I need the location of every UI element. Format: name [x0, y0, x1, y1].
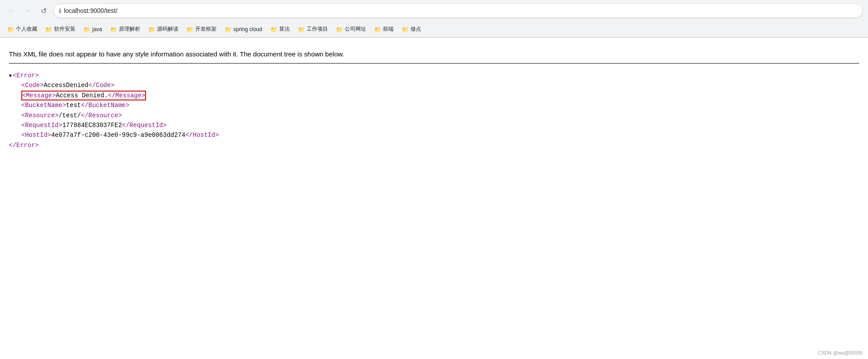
bookmark-item[interactable]: 工作项目 [294, 24, 331, 35]
toggle-arrow[interactable]: ▼ [9, 73, 12, 79]
xml-line-hostid: <HostId>4e077a7f-c200-43e0-99c9-a9e0063d… [9, 130, 859, 140]
folder-icon [45, 26, 52, 32]
back-button[interactable]: ← [5, 4, 18, 17]
bookmark-label: 个人收藏 [16, 25, 37, 33]
bookmark-item[interactable]: 算法 [267, 24, 293, 35]
bookmark-item[interactable]: 源码解读 [145, 24, 182, 35]
folder-icon [148, 26, 155, 32]
url-display: localhost:9000/test/ [64, 7, 118, 14]
xml-tree: ▼<Error> <Code>AccessDenied</Code> <Mess… [9, 71, 859, 150]
address-bar[interactable]: ℹ localhost:9000/test/ [53, 4, 863, 18]
folder-icon [402, 26, 409, 32]
folder-icon [298, 26, 305, 32]
bookmark-label: 原理解析 [119, 25, 140, 33]
message-highlight: <Message>Access Denied.</Message> [21, 91, 146, 100]
browser-chrome: ← → ↺ ℹ localhost:9000/test/ 个人收藏软件安装jav… [0, 0, 868, 38]
bookmark-label: 前端 [383, 25, 394, 33]
xml-notice: This XML file does not appear to have an… [9, 45, 859, 64]
xml-root-open: ▼<Error> [9, 71, 859, 80]
bookmark-item[interactable]: 前端 [371, 24, 397, 35]
address-bar-row: ← → ↺ ℹ localhost:9000/test/ [0, 0, 868, 21]
forward-button[interactable]: → [21, 4, 34, 17]
bookmark-label: 工作项目 [307, 25, 328, 33]
xml-line-bucketname: <BucketName>test</BucketName> [9, 100, 859, 110]
folder-icon [336, 26, 343, 32]
folder-icon [374, 26, 381, 32]
bookmark-label: spring cloud [233, 26, 262, 32]
bookmark-item[interactable]: spring cloud [221, 24, 266, 34]
bookmark-item[interactable]: java [80, 24, 106, 34]
xml-line-message: <Message>Access Denied.</Message> [9, 91, 859, 100]
bookmark-item[interactable]: 个人收藏 [4, 24, 41, 35]
bookmark-item[interactable]: 公司网址 [332, 24, 370, 35]
bookmark-label: java [92, 26, 102, 32]
folder-icon [270, 26, 277, 32]
reload-button[interactable]: ↺ [37, 4, 50, 17]
bookmark-item[interactable]: 开发框架 [183, 24, 220, 35]
bookmark-label: 软件安装 [54, 25, 75, 33]
back-icon: ← [8, 7, 15, 15]
bookmark-label: 算法 [279, 25, 290, 33]
reload-icon: ↺ [41, 7, 47, 15]
bookmark-label: 做点 [410, 25, 421, 33]
xml-line-requestid: <RequestId>177884EC83037FE2</RequestId> [9, 120, 859, 130]
forward-icon: → [24, 7, 31, 15]
folder-icon [186, 26, 193, 32]
bookmark-item[interactable]: 软件安装 [42, 24, 79, 35]
bookmark-label: 公司网址 [345, 25, 366, 33]
bookmark-item[interactable]: 做点 [398, 24, 425, 35]
xml-root-tag: <Error> [13, 72, 39, 79]
xml-line-resource: <Resource>/test/</Resource> [9, 111, 859, 120]
bookmark-label: 开发框架 [195, 25, 217, 33]
folder-icon [7, 26, 14, 32]
xml-root-close: </Error> [9, 140, 859, 150]
bookmark-label: 源码解读 [157, 25, 178, 33]
xml-line-code: <Code>AccessDenied</Code> [9, 80, 859, 90]
page-content: This XML file does not appear to have an… [0, 38, 868, 157]
folder-icon [225, 26, 232, 32]
info-icon: ℹ [59, 8, 61, 14]
bookmarks-bar: 个人收藏软件安装java原理解析源码解读开发框架spring cloud算法工作… [0, 21, 868, 37]
bookmark-item[interactable]: 原理解析 [107, 24, 144, 35]
folder-icon [83, 26, 91, 32]
folder-icon [110, 26, 117, 32]
